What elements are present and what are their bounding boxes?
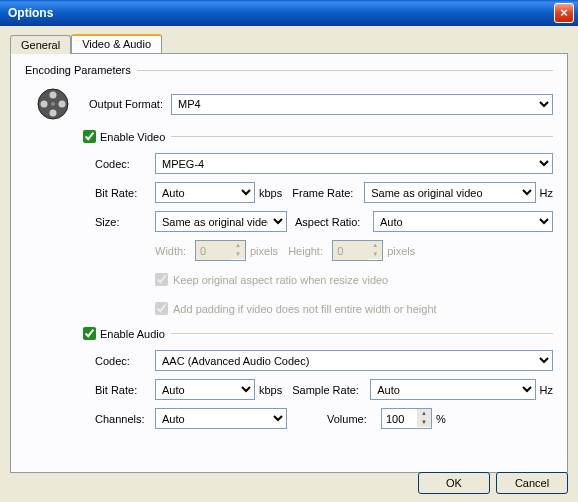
audio-codec-label: Codec:	[95, 355, 155, 367]
output-format-select[interactable]: MP4	[171, 94, 553, 115]
tab-panel: Encoding Parameters Output Format: MP4 E…	[10, 53, 568, 473]
framerate-select[interactable]: Same as original video	[364, 182, 535, 203]
enable-video-checkbox[interactable]: Enable Video	[83, 130, 165, 143]
tab-general[interactable]: General	[10, 35, 71, 54]
cancel-button[interactable]: Cancel	[496, 472, 568, 494]
tab-video-audio[interactable]: Video & Audio	[71, 34, 162, 53]
encoding-legend: Encoding Parameters	[25, 64, 131, 76]
video-codec-label: Codec:	[95, 158, 155, 170]
audio-bitrate-select[interactable]: Auto	[155, 379, 255, 400]
titlebar: Options ×	[0, 0, 578, 26]
svg-point-5	[51, 102, 55, 106]
size-label: Size:	[95, 216, 155, 228]
samplerate-select[interactable]: Auto	[370, 379, 535, 400]
video-bitrate-label: Bit Rate:	[95, 187, 155, 199]
volume-spinner[interactable]: ▲▼	[381, 408, 432, 429]
samplerate-label: Sample Rate:	[292, 384, 370, 396]
chevron-down-icon: ▼	[231, 250, 245, 259]
channels-label: Channels:	[95, 413, 155, 425]
aspect-label: Aspect Ratio:	[295, 216, 373, 228]
ok-button[interactable]: OK	[418, 472, 490, 494]
width-label: Width:	[155, 245, 195, 257]
window-title: Options	[4, 6, 554, 20]
chevron-down-icon[interactable]: ▼	[417, 418, 431, 427]
audio-bitrate-label: Bit Rate:	[95, 384, 155, 396]
chevron-down-icon: ▼	[368, 250, 382, 259]
film-reel-icon	[35, 86, 71, 122]
svg-point-4	[41, 101, 48, 108]
framerate-label: Frame Rate:	[292, 187, 364, 199]
size-select[interactable]: Same as original video	[155, 211, 287, 232]
svg-point-2	[59, 101, 66, 108]
svg-point-3	[50, 110, 57, 117]
hz-unit: Hz	[540, 187, 553, 199]
width-spinner: ▲▼	[195, 240, 246, 261]
chevron-up-icon: ▲	[231, 241, 245, 250]
close-icon[interactable]: ×	[554, 3, 574, 23]
video-codec-select[interactable]: MPEG-4	[155, 153, 553, 174]
kbps-unit: kbps	[259, 187, 282, 199]
channels-select[interactable]: Auto	[155, 408, 287, 429]
chevron-up-icon[interactable]: ▲	[417, 409, 431, 418]
height-label: Height:	[288, 245, 332, 257]
height-spinner: ▲▼	[332, 240, 383, 261]
volume-label: Volume:	[327, 413, 381, 425]
aspect-select[interactable]: Auto	[373, 211, 553, 232]
hz-unit2: Hz	[540, 384, 553, 396]
video-bitrate-select[interactable]: Auto	[155, 182, 255, 203]
output-format-label: Output Format:	[89, 98, 163, 110]
audio-codec-select[interactable]: AAC (Advanced Audio Codec)	[155, 350, 553, 371]
keep-aspect-checkbox: Keep original aspect ratio when resize v…	[155, 273, 388, 286]
chevron-up-icon: ▲	[368, 241, 382, 250]
kbps-unit2: kbps	[259, 384, 282, 396]
svg-point-1	[50, 92, 57, 99]
enable-audio-checkbox[interactable]: Enable Audio	[83, 327, 165, 340]
add-padding-checkbox: Add padding if video does not fill entir…	[155, 302, 437, 315]
